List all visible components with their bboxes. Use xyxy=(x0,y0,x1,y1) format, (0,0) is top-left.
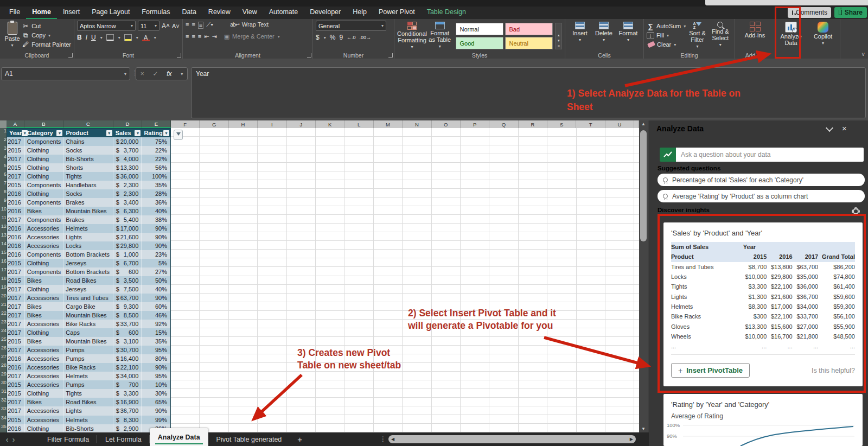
table-row[interactable]: 2017BikesMountain Bikes$8,50046% xyxy=(7,311,170,320)
row-header-32[interactable]: 32 xyxy=(0,397,7,406)
column-header-U[interactable]: U xyxy=(605,120,634,128)
fill-button[interactable]: ↓Fill▾ xyxy=(647,31,686,39)
cell-sales[interactable]: $700 xyxy=(113,380,142,389)
row-header-28[interactable]: 28 xyxy=(0,362,7,371)
cell-year[interactable]: 2017 xyxy=(7,406,25,415)
cell-product[interactable]: Pumps xyxy=(63,354,113,363)
cell-year[interactable]: 2016 xyxy=(7,224,25,233)
cell-sales[interactable]: $1,000 xyxy=(113,250,142,259)
cancel-icon[interactable]: × xyxy=(141,70,144,78)
font-dialog-launcher[interactable] xyxy=(177,53,181,58)
copilot-button[interactable]: Copilot▾ xyxy=(809,21,837,47)
table-row[interactable]: 2017ComponentsChains$20,00075% xyxy=(7,137,170,146)
cell-rating[interactable]: 40% xyxy=(142,285,170,294)
cell-category[interactable]: Bikes xyxy=(25,207,64,215)
ribbon-tab-page-layout[interactable]: Page Layout xyxy=(86,7,136,19)
cell-year[interactable]: 2017 xyxy=(7,311,25,320)
cell-year[interactable]: 2015 xyxy=(7,416,25,424)
cell-category[interactable]: Components xyxy=(25,250,64,259)
row-header-12[interactable]: 12 xyxy=(0,224,7,232)
cell-category[interactable]: Components xyxy=(25,181,64,189)
cell-rating[interactable]: 27% xyxy=(142,267,170,276)
format-as-table-button[interactable]: Format as Table▾ xyxy=(427,21,452,50)
cell-sales[interactable]: $21,600 xyxy=(113,233,142,241)
table-row[interactable]: 2016AccessoriesLocks$29,80090% xyxy=(7,241,170,250)
cell-year[interactable]: 2015 xyxy=(7,276,25,285)
cell-category[interactable]: Clothing xyxy=(25,146,64,155)
cell-product[interactable]: Chains xyxy=(63,137,113,146)
table-row[interactable]: 2015ClothingShorts$13,30056% xyxy=(7,163,170,172)
select-all-corner[interactable] xyxy=(0,120,7,128)
cell-rating[interactable]: 5% xyxy=(142,259,170,267)
font-color-icon[interactable]: A xyxy=(142,34,150,41)
cell-year[interactable]: 2017 xyxy=(7,155,25,163)
column-header-Q[interactable]: Q xyxy=(489,120,518,128)
row-header-10[interactable]: 10 xyxy=(0,206,7,215)
underline-button[interactable]: U xyxy=(91,34,96,41)
cell-rating[interactable]: 99% xyxy=(142,416,170,424)
cell-product[interactable]: Handlebars xyxy=(63,181,113,189)
font-name-combo[interactable]: Aptos Narrow▾ xyxy=(77,21,136,31)
cell-rating[interactable]: 36% xyxy=(142,198,170,207)
row-header-24[interactable]: 24 xyxy=(0,328,7,336)
row-header-35[interactable]: 35 xyxy=(0,424,7,432)
formula-bar-expand-icon[interactable]: ▾ xyxy=(181,72,183,77)
align-top-icon[interactable]: ≡ xyxy=(186,22,189,29)
cell-product[interactable]: Mountain Bikes xyxy=(63,207,113,215)
cell-year[interactable]: 2015 xyxy=(7,163,25,172)
row-header-16[interactable]: 16 xyxy=(0,258,7,267)
insights-settings-icon[interactable] xyxy=(853,208,859,214)
table-row[interactable]: 2017AccessoriesTires and Tubes$63,70090% xyxy=(7,294,170,302)
copy-button[interactable]: ⧉Copy▾ xyxy=(22,31,71,39)
cell-product[interactable]: Helmets xyxy=(63,416,113,424)
cell-sales[interactable]: $3,500 xyxy=(113,276,142,285)
cell-sales[interactable]: $6,700 xyxy=(113,259,142,267)
ribbon-tab-help[interactable]: Help xyxy=(347,7,373,19)
table-col-header-product[interactable]: Product▼ xyxy=(63,129,113,137)
cell-rating[interactable]: 40% xyxy=(142,207,170,215)
table-row[interactable]: 2016AccessoriesLights$21,60090% xyxy=(7,233,170,241)
cell-year[interactable]: 2017 xyxy=(7,320,25,328)
cell-product[interactable]: Brakes xyxy=(63,215,113,224)
cell-year[interactable]: 2016 xyxy=(7,189,25,198)
styles-gallery-scroll[interactable]: ▴▾≡ xyxy=(555,23,562,49)
cell-year[interactable]: 2015 xyxy=(7,389,25,398)
borders-icon[interactable] xyxy=(106,34,114,41)
cell-year[interactable]: 2015 xyxy=(7,181,25,189)
column-header-B[interactable]: B xyxy=(24,120,63,128)
cell-category[interactable]: Accessories xyxy=(25,320,64,328)
cell-year[interactable]: 2017 xyxy=(7,267,25,276)
cell-year[interactable]: 2016 xyxy=(7,354,25,363)
cell-product[interactable]: Socks xyxy=(63,189,113,198)
sheet-tab-filter-formula[interactable]: Filter Formula xyxy=(39,432,97,446)
orientation-icon[interactable]: ⟋▾ xyxy=(206,22,213,29)
cell-rating[interactable]: 92% xyxy=(142,320,170,328)
next-sheet-icon[interactable]: › xyxy=(7,435,21,444)
row-header-31[interactable]: 31 xyxy=(0,388,7,397)
bold-button[interactable]: B xyxy=(77,34,82,41)
cell-rating[interactable]: 15% xyxy=(142,328,170,337)
align-center-icon[interactable]: ≡ xyxy=(192,34,195,40)
table-row[interactable]: 2017AccessoriesLights$36,70090% xyxy=(7,406,170,415)
ribbon-tab-developer[interactable]: Developer xyxy=(304,7,347,19)
row-header-26[interactable]: 26 xyxy=(0,345,7,354)
insert-cells-button[interactable]: Insert▾ xyxy=(568,21,592,43)
column-header-C[interactable]: C xyxy=(63,120,113,128)
cell-category[interactable]: Bikes xyxy=(25,398,64,406)
cell-rating[interactable]: 35% xyxy=(142,181,170,189)
column-header-H[interactable]: H xyxy=(229,120,258,128)
suggested-question-2[interactable]: Average 'Rating' by 'Product' as a colum… xyxy=(658,190,865,202)
align-left-icon[interactable]: ≡ xyxy=(186,34,189,40)
cell-product[interactable]: Bottom Brackets xyxy=(63,250,113,259)
clipboard-dialog-launcher[interactable] xyxy=(68,53,73,58)
column-header-I[interactable]: I xyxy=(258,120,286,128)
ribbon-tab-file[interactable]: File xyxy=(3,7,26,19)
row-header-2[interactable]: 2 xyxy=(0,137,7,145)
cell-category[interactable]: Clothing xyxy=(25,389,64,398)
row-header-15[interactable]: 15 xyxy=(0,250,7,258)
cell-sales[interactable]: $36,700 xyxy=(113,406,142,415)
alignment-dialog-launcher[interactable] xyxy=(307,53,311,58)
cell-category[interactable]: Bikes xyxy=(25,276,64,285)
cell-rating[interactable]: 50% xyxy=(142,276,170,285)
cell-product[interactable]: Bike Racks xyxy=(63,320,113,328)
